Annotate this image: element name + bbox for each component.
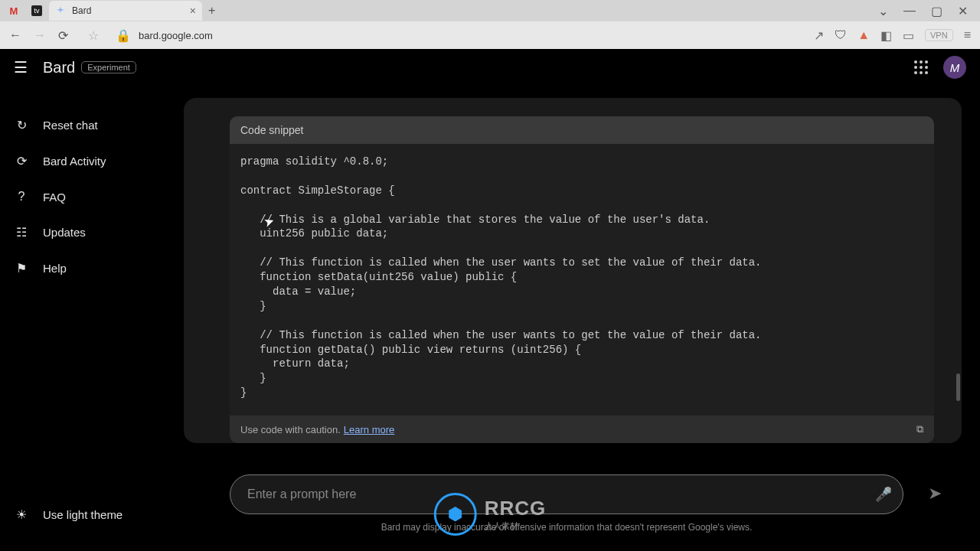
theme-label: Use light theme bbox=[43, 508, 122, 521]
avatar[interactable]: M bbox=[943, 56, 966, 79]
sidebar-item-label: Bard Activity bbox=[43, 155, 106, 168]
faq-icon: ? bbox=[14, 190, 29, 204]
window-controls: ⌄ — ▢ ✕ bbox=[878, 4, 977, 18]
caution-text: Use code with caution. bbox=[240, 424, 341, 435]
sidebar-item-reset-chat[interactable]: ↻ Reset chat bbox=[0, 107, 184, 143]
reset-icon: ↻ bbox=[14, 118, 29, 132]
learn-more-link[interactable]: Learn more bbox=[344, 424, 394, 435]
sidebar-icon[interactable]: ◧ bbox=[880, 28, 892, 43]
sidebar-item-label: Reset chat bbox=[43, 119, 98, 132]
scrollbar-thumb[interactable] bbox=[956, 373, 960, 401]
new-tab-button[interactable]: + bbox=[202, 4, 221, 18]
experiment-badge: Experiment bbox=[81, 61, 136, 73]
brand-name: Bard bbox=[43, 59, 75, 77]
vpn-pill[interactable]: VPN bbox=[925, 29, 953, 41]
app-header: ☰ Bard Experiment M bbox=[0, 49, 980, 86]
brave-icon[interactable]: ▲ bbox=[858, 28, 870, 42]
address-text: bard.google.com bbox=[139, 30, 213, 41]
wallet-icon[interactable]: ▭ bbox=[903, 28, 914, 43]
copy-icon[interactable]: ⧉ bbox=[916, 423, 923, 435]
bard-favicon-icon bbox=[55, 5, 66, 16]
minimize-icon[interactable]: — bbox=[903, 4, 916, 18]
maximize-icon[interactable]: ▢ bbox=[931, 4, 942, 18]
bookmark-icon[interactable]: ☆ bbox=[88, 28, 99, 43]
back-button[interactable]: ← bbox=[9, 28, 21, 42]
tab-strip: M tv Bard × + ⌄ — ▢ ✕ bbox=[0, 0, 980, 21]
reload-button[interactable]: ⟳ bbox=[58, 28, 68, 43]
chevron-down-icon[interactable]: ⌄ bbox=[878, 4, 888, 18]
active-tab[interactable]: Bard × bbox=[49, 1, 202, 21]
code-header: Code snippet bbox=[230, 116, 934, 144]
address-bar[interactable]: ☆ 🔒 bard.google.com bbox=[80, 28, 802, 43]
help-icon: ⚑ bbox=[14, 261, 29, 276]
menu-icon[interactable]: ≡ bbox=[964, 28, 971, 42]
sun-icon: ☀ bbox=[14, 507, 29, 522]
code-footer: Use code with caution. Learn more ⧉ bbox=[230, 416, 934, 443]
sidebar-item-help[interactable]: ⚑ Help bbox=[0, 250, 184, 286]
forward-button[interactable]: → bbox=[34, 28, 46, 42]
hamburger-icon[interactable]: ☰ bbox=[14, 58, 28, 77]
tab-title: Bard bbox=[72, 5, 91, 16]
code-snippet: Code snippet pragma solidity ^0.8.0; con… bbox=[230, 116, 934, 443]
close-tab-icon[interactable]: × bbox=[190, 5, 196, 17]
sidebar: ↻ Reset chat ⟳ Bard Activity ? FAQ ☷ Upd… bbox=[0, 86, 184, 551]
nav-bar: ← → ⟳ ☆ 🔒 bard.google.com ↗ 🛡 ▲ ◧ ▭ VPN … bbox=[0, 21, 980, 49]
apps-grid-icon[interactable] bbox=[914, 60, 928, 74]
sidebar-item-label: FAQ bbox=[43, 191, 66, 204]
sidebar-item-label: Help bbox=[43, 262, 67, 275]
code-body: pragma solidity ^0.8.0; contract SimpleS… bbox=[230, 144, 934, 416]
sidebar-item-updates[interactable]: ☷ Updates bbox=[0, 214, 184, 250]
shield-icon[interactable]: 🛡 bbox=[835, 28, 847, 42]
close-window-icon[interactable]: ✕ bbox=[958, 4, 968, 18]
browser-chrome: M tv Bard × + ⌄ — ▢ ✕ ← → ⟳ ☆ 🔒 bard.goo… bbox=[0, 0, 980, 49]
prompt-input-wrap: 🎤 bbox=[230, 474, 903, 514]
prompt-input[interactable] bbox=[247, 487, 875, 501]
send-icon[interactable]: ➤ bbox=[928, 484, 942, 504]
mic-icon[interactable]: 🎤 bbox=[875, 486, 892, 503]
updates-icon: ☷ bbox=[14, 225, 29, 240]
prompt-area: 🎤 ➤ Bard may display inaccurate or offen… bbox=[230, 474, 903, 533]
activity-icon: ⟳ bbox=[14, 154, 29, 168]
pinned-tab-2[interactable]: tv bbox=[26, 2, 47, 19]
share-icon[interactable]: ↗ bbox=[814, 28, 824, 43]
theme-toggle[interactable]: ☀ Use light theme bbox=[0, 497, 184, 533]
sidebar-item-activity[interactable]: ⟳ Bard Activity bbox=[0, 143, 184, 179]
conversation-panel: Code snippet pragma solidity ^0.8.0; con… bbox=[184, 98, 962, 443]
disclaimer-text: Bard may display inaccurate or offensive… bbox=[230, 522, 903, 533]
sidebar-item-faq[interactable]: ? FAQ bbox=[0, 179, 184, 214]
pinned-tab-gmail[interactable]: M bbox=[3, 2, 24, 19]
sidebar-item-label: Updates bbox=[43, 226, 86, 239]
lock-icon: 🔒 bbox=[116, 28, 131, 43]
